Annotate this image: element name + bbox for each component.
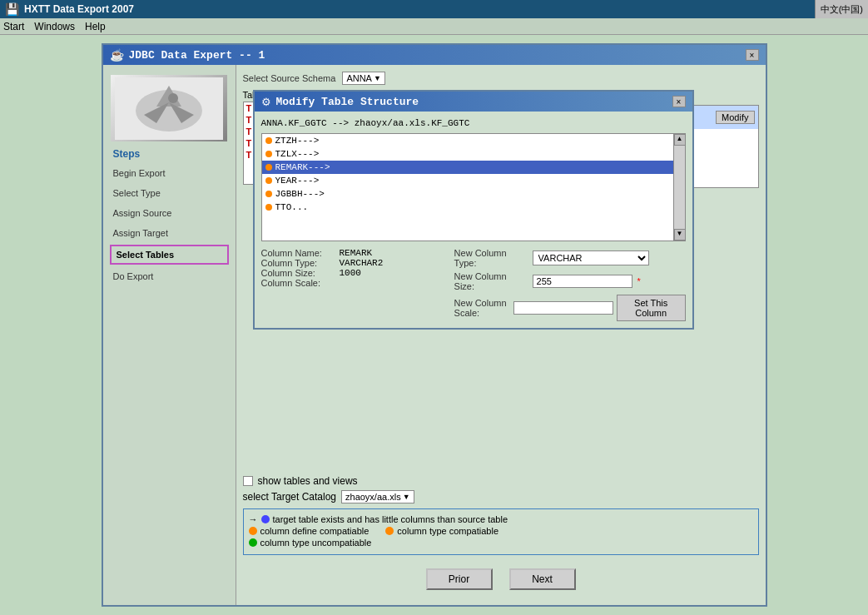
source-schema-label: Select Source Schema [243, 73, 336, 83]
column-size-label: Column Size: [261, 268, 336, 278]
col-dot-icon [265, 191, 272, 197]
col-row[interactable]: TTO... [262, 201, 685, 214]
column-size-value: 1000 [340, 268, 361, 278]
prior-button[interactable]: Prior [426, 568, 493, 590]
column-type-label: Column Type: [261, 258, 336, 268]
column-scale-label: Column Scale: [261, 278, 336, 288]
legend-text-orange2: column type compatiable [397, 526, 498, 536]
col-list-scrollbar[interactable]: ▲ ▼ [673, 134, 685, 241]
target-catalog-row: select Target Catalog zhaoyx/aa.xls ▼ [243, 490, 759, 503]
legend-arrow-icon: → [249, 514, 258, 524]
jdbc-body: Steps Begin Export Select Type Assign So… [103, 65, 766, 605]
col-scroll-up[interactable]: ▲ [674, 134, 686, 146]
step-assign-source[interactable]: Assign Source [103, 203, 236, 223]
show-tables-label: show tables and views [258, 475, 358, 487]
legend-blue-dot [261, 515, 270, 523]
menu-bar: Start Windows Help [0, 18, 868, 35]
step-do-export[interactable]: Do Export [103, 266, 236, 286]
modal-body: ANNA.KF_GGTC --> zhaoyx/aa.xls.KF_GGTC Z… [255, 112, 692, 328]
target-catalog-dropdown-icon[interactable]: ▼ [403, 493, 410, 501]
required-indicator: * [637, 276, 641, 286]
bottom-section: show tables and views select Target Cata… [243, 475, 759, 555]
col-dot-icon [265, 164, 272, 171]
right-panel: Select Source Schema ANNA ▼ Tables List … [236, 65, 766, 605]
show-tables-checkbox[interactable] [243, 476, 253, 486]
column-scale-row: Column Scale: [261, 278, 448, 288]
column-name-value: REMARK [340, 248, 373, 258]
table-icon: T [246, 150, 252, 160]
col-name: YEAR---> [275, 176, 320, 186]
new-column-type-label: New Column Type: [454, 248, 529, 268]
legend-row-1: → target table exists and has little col… [249, 514, 753, 524]
jdbc-title: JDBC Data Expert -- 1 [129, 49, 265, 62]
new-column-type-row: New Column Type: VARCHAR CHAR INTEGER FL… [454, 248, 686, 268]
column-type-row: Column Type: VARCHAR2 [261, 258, 448, 268]
column-list-container: ZTZH---> TZLX---> REMARK---> [261, 133, 686, 248]
col-row-selected[interactable]: REMARK---> [262, 161, 685, 174]
col-row[interactable]: YEAR---> [262, 174, 685, 187]
language-indicator: 中文(中国) [821, 3, 863, 16]
new-column-scale-label: New Column Scale: [454, 298, 510, 318]
modal-title-bar: ⚙ Modify Table Structure × [255, 92, 692, 112]
col-name: JGBBH---> [275, 189, 325, 199]
table-icon: T [246, 138, 252, 148]
target-catalog-value: zhaoyx/aa.xls [345, 492, 401, 502]
column-size-row: Column Size: 1000 [261, 268, 448, 278]
modal-path: ANNA.KF_GGTC --> zhaoyx/aa.xls.KF_GGTC [261, 118, 686, 128]
column-name-row: Column Name: REMARK [261, 248, 448, 258]
modal-title: Modify Table Structure [276, 96, 419, 108]
steps-sidebar: Steps Begin Export Select Type Assign So… [103, 65, 236, 605]
step-assign-target[interactable]: Assign Target [103, 223, 236, 243]
col-scroll-down[interactable]: ▼ [674, 229, 686, 241]
column-details: Column Name: REMARK Column Type: VARCHAR… [261, 248, 686, 321]
column-name-label: Column Name: [261, 248, 336, 258]
step-select-type[interactable]: Select Type [103, 183, 236, 203]
svg-point-5 [168, 93, 178, 103]
app-title: HXTT Data Export 2007 [24, 3, 134, 15]
jdbc-close-button[interactable]: × [746, 49, 759, 61]
table-icon: T [246, 126, 252, 136]
legend-row-4: column type uncompatiable [249, 538, 753, 548]
legend-orange-dot [249, 527, 257, 535]
modal-close-button[interactable]: × [672, 96, 686, 107]
col-row[interactable]: ZTZH---> [262, 134, 685, 147]
menu-help[interactable]: Help [85, 21, 106, 32]
legend-orange2-dot [385, 527, 394, 535]
eagle-image [111, 75, 227, 141]
next-button[interactable]: Next [509, 568, 576, 590]
legend-text-orange: column define compatiable [260, 526, 370, 536]
legend-row-2-3: column define compatiable column type co… [249, 526, 753, 538]
column-list[interactable]: ZTZH---> TZLX---> REMARK---> [261, 133, 686, 241]
col-dot-icon [265, 151, 272, 157]
new-column-size-input[interactable] [533, 275, 632, 288]
show-tables-row: show tables and views [243, 475, 759, 487]
new-column-scale-row: New Column Scale: Set This Column [454, 295, 686, 321]
set-column-button[interactable]: Set This Column [617, 295, 686, 321]
table-icon: T [246, 115, 252, 125]
jdbc-window: ☕ JDBC Data Expert -- 1 × S [102, 43, 767, 607]
legend-row-2: column define compatiable [249, 526, 370, 536]
step-select-tables[interactable]: Select Tables [110, 245, 229, 265]
col-row[interactable]: JGBBH---> [262, 187, 685, 201]
col-dot-icon [265, 177, 272, 184]
legend-text-blue: target table exists and has little colum… [273, 514, 508, 524]
new-column-scale-input[interactable] [513, 301, 613, 315]
legend-text-green: column type uncompatiable [260, 538, 372, 548]
source-schema-dropdown-icon[interactable]: ▼ [374, 74, 381, 82]
col-dot-icon [265, 137, 272, 144]
col-name: REMARK---> [275, 162, 330, 172]
column-type-value: VARCHAR2 [340, 258, 384, 268]
col-row[interactable]: TZLX---> [262, 147, 685, 161]
menu-windows[interactable]: Windows [34, 21, 75, 32]
modify-button[interactable]: Modify [716, 111, 754, 124]
col-name: TZLX---> [275, 149, 320, 159]
menu-start[interactable]: Start [3, 21, 24, 32]
steps-header: Steps [103, 145, 236, 163]
app-icon: 💾 [5, 2, 19, 16]
right-details: New Column Type: VARCHAR CHAR INTEGER FL… [454, 248, 686, 321]
left-details: Column Name: REMARK Column Type: VARCHAR… [261, 248, 448, 321]
new-column-type-select[interactable]: VARCHAR CHAR INTEGER FLOAT DATE BLOB TEX… [533, 250, 649, 265]
step-begin-export[interactable]: Begin Export [103, 163, 236, 183]
app-title-bar: 💾 HXTT Data Export 2007 _ □ × [0, 0, 868, 18]
col-name: ZTZH---> [275, 136, 320, 146]
